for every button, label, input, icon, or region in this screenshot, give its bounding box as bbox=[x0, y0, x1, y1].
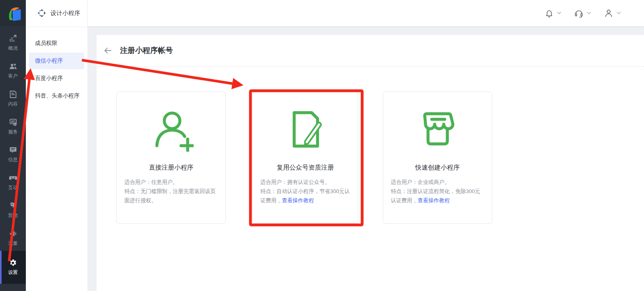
active-indicator bbox=[0, 251, 2, 284]
sidebar-item-interaction[interactable]: 互动 bbox=[0, 168, 26, 196]
card-reuse-official-account[interactable]: 复用公众号资质注册 适合用户：拥有认证公众号。 特点：自动认证小程序，节省300… bbox=[252, 92, 358, 224]
back-button[interactable] bbox=[102, 45, 113, 56]
bell-icon bbox=[545, 9, 554, 18]
card-desc-user: 适合用户：拥有认证公众号。 bbox=[260, 178, 350, 187]
sidebar-item-label: 流量 bbox=[8, 240, 18, 247]
messages-icon bbox=[9, 146, 17, 154]
sidebar-item-label: 互动 bbox=[8, 184, 18, 191]
sidebar-item-messages[interactable]: 信息 bbox=[0, 141, 26, 168]
primary-sidebar: 概况 客户 内容 服务 信息 bbox=[0, 0, 26, 291]
card-description: 适合用户：任意用户。 特点：无门槛限制，注册完需返回该页面进行授权。 bbox=[124, 178, 218, 205]
tutorial-link[interactable]: 查看操作教程 bbox=[418, 197, 450, 203]
card-desc-user: 适合用户：企业或商户。 bbox=[391, 178, 484, 187]
sidebar-item-services[interactable]: 服务 bbox=[0, 113, 26, 141]
page-title: 注册小程序帐号 bbox=[120, 45, 173, 56]
account-dropdown[interactable] bbox=[601, 6, 624, 20]
marketing-tags-icon bbox=[9, 201, 17, 210]
sidebar-item-traffic[interactable]: 流量 bbox=[0, 224, 26, 252]
chevron-down-icon bbox=[617, 12, 621, 15]
sidebar-item-label: 设置 bbox=[8, 269, 18, 276]
services-icon bbox=[9, 118, 17, 127]
page-header: 注册小程序帐号 bbox=[97, 35, 644, 66]
card-title: 快速创建小程序 bbox=[383, 164, 492, 172]
card-quick-create[interactable]: 快速创建小程序 适合用户：企业或商户。 特点：注册认证流程简化，免除300元认证… bbox=[383, 92, 492, 224]
card-description: 适合用户：拥有认证公众号。 特点：自动认证小程序，节省300元认证费用，查看操作… bbox=[260, 178, 350, 205]
sidebar-item-label: 信息 bbox=[8, 156, 18, 163]
sidebar-item-label: 服务 bbox=[8, 129, 18, 135]
card-title: 复用公众号资质注册 bbox=[253, 164, 358, 172]
content-doc-icon bbox=[9, 90, 17, 99]
content-panel: 注册小程序帐号 直接注册小程序 适合用户：任意用户。 特点：无门槛限制，注册完需… bbox=[97, 35, 644, 291]
sidebar-item-settings[interactable]: 设置 bbox=[0, 251, 26, 284]
chevron-down-icon bbox=[557, 12, 561, 15]
sidebar-item-customers[interactable]: 客户 bbox=[0, 57, 26, 85]
main-area: 注册小程序帐号 直接注册小程序 适合用户：任意用户。 特点：无门槛限制，注册完需… bbox=[88, 26, 644, 291]
card-icon-wrap bbox=[117, 104, 225, 155]
arrow-left-icon bbox=[103, 46, 112, 55]
sidebar-item-baidu-miniprogram[interactable]: 百度小程序 bbox=[29, 70, 84, 87]
card-desc-feature: 特点：无门槛限制，注册完需返回该页面进行授权。 bbox=[124, 188, 216, 203]
sidebar-item-douyin-toutiao-miniprogram[interactable]: 抖音、头条小程序 bbox=[29, 88, 84, 104]
doc-pen-icon bbox=[283, 107, 328, 152]
sidebar-item-label: 客户 bbox=[8, 73, 18, 80]
overview-chart-icon bbox=[9, 34, 17, 43]
sidebar-item-label: 概况 bbox=[8, 45, 18, 52]
card-desc-user: 适合用户：任意用户。 bbox=[124, 178, 218, 187]
user-icon bbox=[604, 8, 613, 18]
brand-logo[interactable] bbox=[0, 0, 26, 26]
card-title: 直接注册小程序 bbox=[117, 164, 225, 172]
topbar-actions bbox=[541, 0, 644, 26]
sidebar-item-marketing[interactable]: 营销 bbox=[0, 196, 26, 224]
traffic-megaphone-icon bbox=[9, 229, 17, 238]
sidebar-item-content[interactable]: 内容 bbox=[0, 85, 26, 113]
rail-nav: 概况 客户 内容 服务 信息 bbox=[0, 26, 26, 252]
miniprogram-design-icon bbox=[37, 9, 46, 18]
card-description: 适合用户：企业或商户。 特点：注册认证流程简化，免除300元认证费用，查看操作教… bbox=[391, 178, 484, 205]
support-dropdown[interactable] bbox=[571, 6, 594, 20]
customers-icon bbox=[9, 62, 17, 71]
notifications-dropdown[interactable] bbox=[541, 6, 564, 20]
settings-gear-icon bbox=[9, 259, 17, 267]
user-plus-icon bbox=[149, 107, 194, 152]
card-icon-wrap bbox=[253, 104, 358, 155]
secondary-sidebar: 成员权限 微信小程序 百度小程序 抖音、头条小程序 bbox=[26, 26, 88, 291]
app-root: { "brand": { "logo": "brand-logo" }, "ra… bbox=[0, 0, 644, 291]
register-options: 直接注册小程序 适合用户：任意用户。 特点：无门槛限制，注册完需返回该页面进行授… bbox=[116, 92, 492, 224]
interaction-gamepad-icon bbox=[9, 174, 17, 182]
sidebar-item-label: 营销 bbox=[8, 212, 18, 219]
module-switcher[interactable]: 设计小程序 bbox=[26, 0, 88, 26]
card-direct-register[interactable]: 直接注册小程序 适合用户：任意用户。 特点：无门槛限制，注册完需返回该页面进行授… bbox=[116, 92, 226, 224]
sidebar-item-member-permissions[interactable]: 成员权限 bbox=[29, 35, 84, 52]
tutorial-link[interactable]: 查看操作教程 bbox=[282, 197, 314, 203]
card-icon-wrap bbox=[383, 104, 492, 155]
sidebar-item-wechat-miniprogram[interactable]: 微信小程序 bbox=[29, 53, 84, 69]
brand-logo-icon bbox=[5, 5, 21, 21]
headset-icon bbox=[574, 8, 584, 18]
sidebar-item-overview[interactable]: 概况 bbox=[0, 29, 26, 57]
chevron-down-icon bbox=[587, 12, 591, 15]
topbar: 设计小程序 bbox=[26, 0, 644, 26]
module-switcher-label: 设计小程序 bbox=[50, 10, 80, 17]
store-icon bbox=[415, 107, 460, 152]
sidebar-item-label: 内容 bbox=[8, 101, 18, 107]
